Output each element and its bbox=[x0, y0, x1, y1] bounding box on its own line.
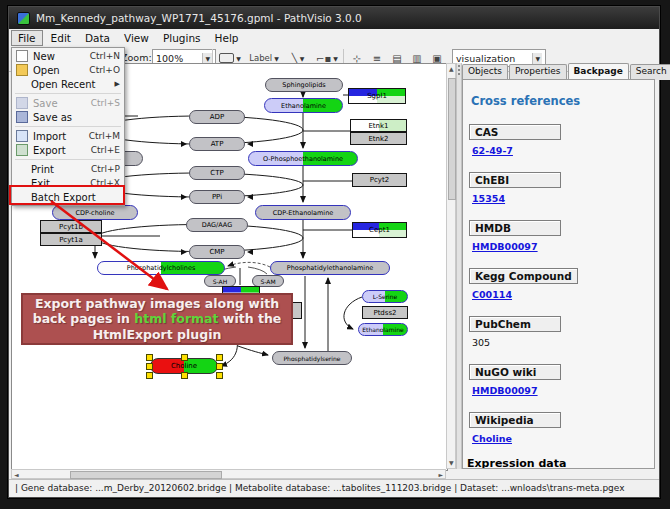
saveas-icon bbox=[16, 111, 28, 123]
align-center-x-icon: ⊹ bbox=[353, 53, 361, 64]
distribute-icon: ▣ bbox=[432, 53, 441, 64]
canvas-horizontal-scrollbar[interactable]: ◄ ► bbox=[11, 469, 446, 479]
node-dag[interactable]: DAG/AAG bbox=[186, 218, 248, 232]
node-l-serine[interactable]: L-Serine bbox=[362, 290, 408, 303]
menu-item-label: New bbox=[33, 51, 86, 62]
horizontal-scroll-thumb[interactable] bbox=[70, 471, 222, 479]
node-ppi[interactable]: PPi bbox=[189, 190, 245, 204]
tab-objects[interactable]: Objects bbox=[462, 64, 508, 80]
tab-properties[interactable]: Properties bbox=[509, 64, 566, 80]
selection-handle[interactable] bbox=[181, 372, 188, 379]
file-menu-item-print[interactable]: PrintCtrl+P bbox=[12, 162, 124, 176]
cross-reference-link[interactable]: Choline bbox=[472, 433, 654, 444]
selection-handle[interactable] bbox=[216, 372, 223, 379]
open-icon bbox=[16, 64, 28, 76]
app-icon bbox=[17, 12, 30, 25]
cross-reference-link[interactable]: 15354 bbox=[472, 193, 654, 204]
sidepanel-tabs: ObjectsPropertiesBackpageSearchLegend bbox=[462, 64, 657, 80]
section-header: PubChem bbox=[469, 316, 561, 332]
selection-handle[interactable] bbox=[146, 363, 153, 370]
menu-data[interactable]: Data bbox=[79, 31, 116, 45]
node-pcyt1b[interactable]: Pcyt1b bbox=[40, 220, 102, 233]
chevron-down-icon: ▼ bbox=[236, 55, 241, 62]
menu-item-label: Print bbox=[31, 164, 87, 175]
menu-file[interactable]: File bbox=[11, 30, 43, 46]
node-cdp-choline[interactable]: CDP-choline bbox=[52, 205, 138, 220]
backpage-section-wikipedia: WikipediaCholine bbox=[469, 409, 654, 444]
callout-highlight-text: html format bbox=[134, 311, 218, 326]
node-etnk1[interactable]: Etnk1 bbox=[350, 119, 407, 132]
pathvisio-window: Mm_Kennedy_pathway_WP1771_45176.gpml - P… bbox=[8, 6, 660, 498]
chevron-down-icon: ▼ bbox=[532, 53, 542, 64]
scroll-up-icon[interactable]: ▲ bbox=[449, 65, 454, 73]
status-text: | Gene database: ...m_Derby_20120602.bri… bbox=[15, 483, 625, 493]
menu-edit[interactable]: Edit bbox=[45, 31, 77, 45]
cross-references-heading: Cross references bbox=[471, 94, 654, 108]
menu-item-shortcut: Ctrl+M bbox=[89, 131, 120, 141]
node-cdp-ethanolamine[interactable]: CDP-Ethanolamine bbox=[255, 205, 351, 220]
node-pcyt2[interactable]: Pcyt2 bbox=[352, 173, 407, 187]
menu-item-shortcut: Ctrl+P bbox=[91, 164, 120, 174]
canvas-vertical-scrollbar[interactable]: ▲ ▼ bbox=[446, 63, 456, 469]
backpage-panel: Cross references CAS62-49-7ChEBI15354HMD… bbox=[462, 79, 655, 469]
selection-handle[interactable] bbox=[216, 354, 223, 361]
file-menu-item-open-recent[interactable]: Open Recent▶ bbox=[12, 77, 124, 91]
import-icon bbox=[16, 130, 28, 142]
tab-search[interactable]: Search bbox=[630, 64, 670, 80]
menu-help[interactable]: Help bbox=[209, 31, 245, 45]
node-adp[interactable]: ADP bbox=[189, 110, 245, 124]
stack-vertical-icon: ▤ bbox=[392, 53, 401, 64]
node-sphingolipids[interactable]: Sphingolipids bbox=[265, 78, 343, 92]
file-menu-item-new[interactable]: NewCtrl+N bbox=[12, 49, 124, 63]
tab-backpage[interactable]: Backpage bbox=[568, 63, 629, 79]
file-menu-item-open[interactable]: OpenCtrl+O bbox=[12, 63, 124, 77]
node-ptdss2[interactable]: Ptdss2 bbox=[362, 306, 408, 319]
node-etnk2[interactable]: Etnk2 bbox=[350, 132, 407, 145]
scroll-right-icon[interactable]: ► bbox=[438, 471, 443, 479]
node-cept1[interactable]: Cept1 bbox=[352, 222, 407, 238]
cross-reference-link[interactable]: C00114 bbox=[472, 289, 654, 300]
node-sgpl1[interactable]: Sgpl1 bbox=[348, 88, 406, 104]
node-cmp[interactable]: CMP bbox=[189, 245, 245, 259]
node-pcyt1a[interactable]: Pcyt1a bbox=[40, 233, 102, 246]
backpage-section-hmdb: HMDBHMDB00097 bbox=[469, 217, 654, 252]
blank-icon bbox=[16, 164, 26, 174]
selection-handle[interactable] bbox=[146, 354, 153, 361]
file-menu-item-save-as[interactable]: Save as bbox=[12, 110, 124, 124]
title-bar[interactable]: Mm_Kennedy_pathway_WP1771_45176.gpml - P… bbox=[9, 7, 659, 29]
section-header: CAS bbox=[469, 124, 561, 140]
cross-reference-link[interactable]: HMDB00097 bbox=[472, 241, 654, 252]
node-ctp[interactable]: CTP bbox=[189, 166, 245, 180]
blank-icon bbox=[16, 79, 26, 89]
node-ethanolamine-bottom[interactable]: Ethanolamine bbox=[358, 323, 408, 336]
node-phosphatidylserine[interactable]: Phosphatidylserine bbox=[272, 351, 352, 365]
visualization-value: visualization bbox=[456, 53, 515, 64]
menu-plugins[interactable]: Plugins bbox=[157, 31, 207, 45]
chevron-down-icon: ▼ bbox=[274, 55, 279, 62]
selection-handle[interactable] bbox=[181, 354, 188, 361]
node-phosphatidylethanolamine[interactable]: Phosphatidylethanolamine bbox=[270, 261, 390, 275]
node-o-phosphoethanolamine[interactable]: O-Phosphoethanolamine bbox=[248, 151, 358, 166]
file-menu-item-save[interactable]: SaveCtrl+S bbox=[12, 96, 124, 110]
cross-reference-link[interactable]: 62-49-7 bbox=[472, 145, 654, 156]
node-phosphatidylcholines[interactable]: Phosphatidylcholines bbox=[97, 261, 225, 275]
cross-reference-link[interactable]: HMDB00097 bbox=[472, 385, 654, 396]
vertical-scroll-thumb[interactable] bbox=[448, 78, 456, 200]
node-atp[interactable]: ATP bbox=[189, 137, 245, 151]
cross-reference-value: 305 bbox=[472, 337, 654, 348]
file-menu-item-import[interactable]: ImportCtrl+M bbox=[12, 129, 124, 143]
scroll-down-icon[interactable]: ▼ bbox=[449, 459, 454, 467]
menu-view[interactable]: View bbox=[118, 31, 155, 45]
status-bar: | Gene database: ...m_Derby_20120602.bri… bbox=[9, 479, 659, 495]
screenshot-background: Mm_Kennedy_pathway_WP1771_45176.gpml - P… bbox=[0, 0, 670, 509]
section-header: Kegg Compound bbox=[469, 268, 578, 284]
menu-item-label: Open Recent bbox=[31, 79, 115, 90]
file-menu-item-export[interactable]: ExportCtrl+E bbox=[12, 143, 124, 157]
batch-export-highlight-rect bbox=[9, 185, 125, 205]
node-ethanolamine-top[interactable]: Ethanolamine bbox=[264, 98, 343, 113]
scroll-left-icon[interactable]: ◄ bbox=[14, 471, 19, 479]
selection-handle[interactable] bbox=[146, 372, 153, 379]
backpage-section-kegg-compound: Kegg CompoundC00114 bbox=[469, 265, 654, 300]
selection-handle[interactable] bbox=[216, 363, 223, 370]
chevron-down-icon: ▼ bbox=[202, 53, 212, 64]
